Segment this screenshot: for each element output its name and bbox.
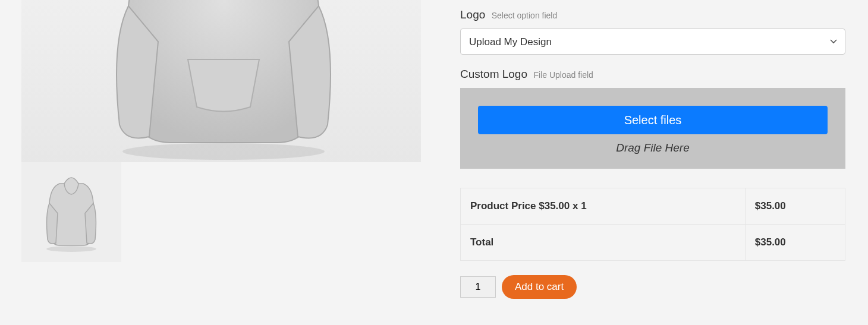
hoodie-icon	[99, 0, 348, 160]
total-label: Total	[461, 225, 746, 261]
custom-logo-field: Custom Logo File Upload field Select fil…	[460, 68, 845, 169]
file-upload-dropzone[interactable]: Select files Drag File Here	[460, 88, 845, 169]
logo-hint: Select option field	[492, 11, 558, 20]
product-main-image[interactable]	[21, 0, 421, 162]
select-files-button[interactable]: Select files	[478, 106, 828, 134]
price-table: Product Price $35.00 x 1 $35.00 Total $3…	[460, 188, 845, 261]
logo-select[interactable]: Upload My Design	[460, 29, 845, 55]
svg-point-0	[122, 143, 325, 160]
logo-field: Logo Select option field Upload My Desig…	[460, 8, 845, 55]
add-to-cart-row: Add to cart	[460, 275, 845, 299]
product-thumbnail[interactable]	[21, 162, 121, 262]
product-price-label: Product Price $35.00 x 1	[461, 188, 746, 225]
table-row: Product Price $35.00 x 1 $35.00	[461, 188, 845, 225]
drag-file-hint: Drag File Here	[478, 141, 828, 154]
custom-logo-hint: File Upload field	[533, 70, 593, 80]
quantity-input[interactable]	[460, 276, 496, 298]
total-value: $35.00	[745, 225, 845, 261]
svg-point-1	[46, 246, 96, 252]
custom-logo-label: Custom Logo	[460, 68, 527, 81]
product-price-value: $35.00	[745, 188, 845, 225]
product-gallery	[11, 0, 427, 325]
hoodie-back-icon	[42, 171, 101, 254]
logo-label: Logo	[460, 8, 485, 21]
table-row: Total $35.00	[461, 225, 845, 261]
add-to-cart-button[interactable]: Add to cart	[502, 275, 577, 299]
